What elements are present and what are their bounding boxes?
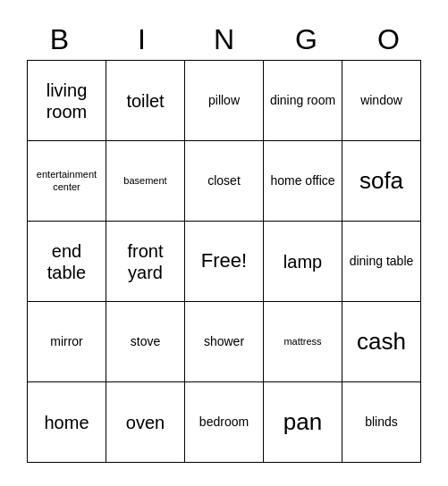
cell-r0-c0: living room [28, 61, 106, 141]
cell-text-r1-c1: basement [123, 175, 166, 187]
bingo-grid: living roomtoiletpillowdining roomwindow… [27, 60, 421, 463]
bingo-card: BINGO living roomtoiletpillowdining room… [10, 14, 439, 472]
header-letter-o: O [350, 23, 428, 56]
cell-text-r4-c1: oven [126, 412, 165, 433]
cell-r3-c3: mattress [264, 302, 342, 382]
cell-text-r1-c0: entertainment center [31, 169, 102, 192]
cell-r0-c4: window [342, 61, 421, 141]
cell-r1-c1: basement [106, 141, 185, 222]
cell-text-r2-c3: lamp [283, 251, 322, 272]
cell-text-r4-c2: bedroom [199, 415, 249, 430]
cell-r4-c1: oven [106, 382, 185, 463]
cell-r1-c3: home office [264, 141, 342, 222]
cell-text-r3-c0: mirror [50, 334, 83, 349]
cell-text-r4-c4: blinds [365, 415, 398, 430]
cell-text-r1-c2: closet [207, 173, 241, 189]
cell-r2-c0: end table [28, 222, 106, 302]
cell-text-r3-c2: shower [204, 334, 244, 349]
cell-text-r2-c0: end table [31, 240, 102, 283]
cell-r3-c1: stove [106, 302, 185, 382]
cell-r0-c3: dining room [264, 61, 342, 141]
cell-text-r0-c2: pillow [208, 93, 240, 108]
cell-r4-c3: pan [264, 382, 342, 463]
cell-r2-c2: Free! [185, 222, 264, 302]
cell-text-r0-c1: toilet [126, 90, 164, 112]
cell-text-r1-c4: sofa [359, 167, 403, 195]
cell-r1-c0: entertainment center [28, 141, 106, 222]
cell-r4-c2: bedroom [185, 382, 264, 463]
cell-r0-c1: toilet [106, 61, 185, 141]
cell-text-r3-c4: cash [357, 328, 406, 356]
cell-text-r2-c2: Free! [201, 249, 247, 272]
cell-r4-c0: home [28, 382, 106, 463]
cell-r2-c1: front yard [106, 222, 185, 302]
header-letter-g: G [267, 23, 346, 56]
cell-r0-c2: pillow [185, 61, 264, 141]
cell-text-r3-c3: mattress [283, 336, 321, 348]
cell-text-r2-c1: front yard [110, 240, 181, 283]
header-letter-b: B [21, 23, 99, 56]
cell-text-r4-c0: home [44, 412, 89, 433]
cell-text-r1-c3: home office [270, 173, 334, 189]
cell-r3-c2: shower [185, 302, 264, 382]
cell-r1-c2: closet [185, 141, 264, 222]
cell-r2-c4: dining table [342, 222, 421, 302]
cell-r3-c0: mirror [28, 302, 106, 382]
cell-text-r0-c0: living room [31, 80, 102, 122]
bingo-header: BINGO [19, 23, 430, 56]
cell-r3-c4: cash [342, 302, 421, 382]
cell-r2-c3: lamp [264, 222, 342, 302]
cell-text-r3-c1: stove [131, 334, 160, 349]
cell-text-r0-c3: dining room [270, 93, 335, 108]
header-letter-n: N [185, 23, 264, 56]
cell-r1-c4: sofa [342, 141, 421, 222]
cell-text-r2-c4: dining table [350, 254, 414, 269]
header-letter-i: I [103, 23, 182, 56]
cell-r4-c4: blinds [342, 382, 421, 463]
cell-text-r4-c3: pan [283, 408, 322, 436]
cell-text-r0-c4: window [360, 93, 402, 108]
